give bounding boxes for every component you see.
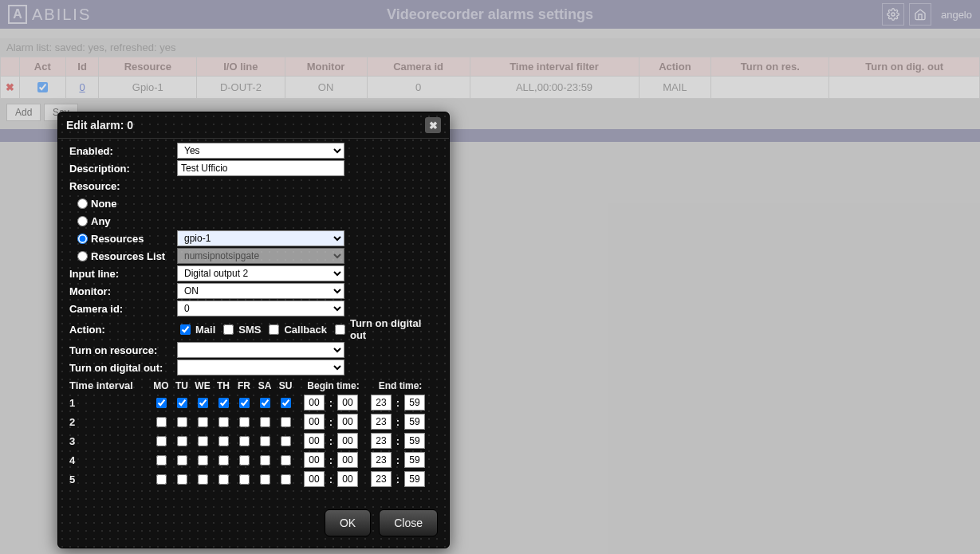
label-input-line: Input line: [69,268,177,280]
begin-min-input[interactable] [337,433,358,449]
day-checkbox[interactable] [198,474,208,485]
resources-list-select: numsipnotsipgate [177,248,344,264]
time-interval-row: 1:: [69,395,438,411]
day-checkbox[interactable] [260,455,270,466]
begin-hour-input[interactable] [304,452,325,468]
interval-number: 4 [69,454,149,466]
label-action: Action: [69,324,177,336]
day-checkbox[interactable] [218,474,229,485]
day-checkbox[interactable] [177,398,187,408]
end-min-input[interactable] [404,414,425,430]
time-interval-header: Time interval MO TU WE TH FR SA SU Begin… [69,379,438,391]
label-none: None [91,198,117,210]
day-checkbox[interactable] [239,455,250,466]
day-checkbox[interactable] [177,436,187,446]
end-min-input[interactable] [404,471,425,487]
day-checkbox[interactable] [281,436,291,446]
end-hour-input[interactable] [371,452,392,468]
day-checkbox[interactable] [281,474,291,485]
end-min-input[interactable] [404,395,425,411]
day-checkbox[interactable] [156,436,167,446]
day-checkbox[interactable] [239,417,250,427]
check-digout[interactable] [335,324,345,335]
check-callback[interactable] [269,324,279,335]
day-checkbox[interactable] [281,417,291,427]
resource-select[interactable]: gpio-1 [177,230,344,246]
interval-number: 5 [69,473,149,485]
day-checkbox[interactable] [177,455,187,466]
check-sms[interactable] [223,324,234,335]
day-checkbox[interactable] [156,417,167,427]
label-turn-on-dig: Turn on digital out [350,317,438,341]
day-checkbox[interactable] [218,436,229,446]
label-resource: Resource: [69,180,177,192]
day-checkbox[interactable] [156,398,167,408]
radio-none[interactable] [77,198,88,209]
interval-number: 1 [69,397,149,409]
begin-min-input[interactable] [337,395,358,411]
begin-hour-input[interactable] [304,433,325,449]
radio-resources[interactable] [77,234,88,244]
ok-button[interactable]: OK [325,509,371,536]
begin-hour-input[interactable] [304,414,325,430]
day-checkbox[interactable] [260,436,270,446]
monitor-select[interactable]: ON [177,283,344,299]
end-hour-input[interactable] [371,414,392,430]
begin-min-input[interactable] [337,452,358,468]
end-hour-input[interactable] [371,395,392,411]
day-checkbox[interactable] [260,474,270,485]
label-description: Description: [69,163,177,175]
label-mail: Mail [195,324,215,336]
time-interval-row: 2:: [69,414,438,430]
label-sms: SMS [238,324,261,336]
label-resources: Resources [91,233,144,245]
radio-any[interactable] [77,216,88,226]
day-checkbox[interactable] [198,436,208,446]
day-checkbox[interactable] [218,398,229,408]
day-checkbox[interactable] [156,455,167,466]
dialog-title: Edit alarm: 0 [66,119,133,132]
turn-on-res-select[interactable] [177,342,344,358]
label-enabled: Enabled: [69,145,177,157]
label-turn-on-dig-out: Turn on digital out: [69,362,177,374]
end-hour-input[interactable] [371,433,392,449]
day-checkbox[interactable] [218,455,229,466]
label-camera: Camera id: [69,303,177,315]
interval-number: 2 [69,416,149,428]
day-checkbox[interactable] [281,398,291,408]
day-checkbox[interactable] [260,398,270,408]
begin-hour-input[interactable] [304,471,325,487]
close-button[interactable]: Close [379,509,438,536]
begin-min-input[interactable] [337,414,358,430]
interval-number: 3 [69,435,149,447]
label-monitor: Monitor: [69,285,177,297]
day-checkbox[interactable] [260,417,270,427]
day-checkbox[interactable] [239,474,250,485]
close-icon[interactable]: ✖ [425,117,441,133]
day-checkbox[interactable] [177,417,187,427]
label-resources-list: Resources List [91,250,165,262]
check-mail[interactable] [180,324,191,335]
day-checkbox[interactable] [239,436,250,446]
day-checkbox[interactable] [198,455,208,466]
day-checkbox[interactable] [156,474,167,485]
begin-min-input[interactable] [337,471,358,487]
day-checkbox[interactable] [281,455,291,466]
end-min-input[interactable] [404,433,425,449]
camera-select[interactable]: 0 [177,301,344,316]
begin-hour-input[interactable] [304,395,325,411]
input-line-select[interactable]: Digital output 2 [177,265,344,281]
day-checkbox[interactable] [177,474,187,485]
end-min-input[interactable] [404,452,425,468]
label-any: Any [91,215,111,227]
description-input[interactable] [177,160,344,176]
radio-resources-list[interactable] [77,251,88,261]
day-checkbox[interactable] [218,417,229,427]
end-hour-input[interactable] [371,471,392,487]
enabled-select[interactable]: Yes [177,143,344,159]
day-checkbox[interactable] [239,398,250,408]
label-turn-on-res: Turn on resource: [69,344,177,356]
turn-on-dig-select[interactable] [177,360,344,375]
day-checkbox[interactable] [198,417,208,427]
day-checkbox[interactable] [198,398,208,408]
